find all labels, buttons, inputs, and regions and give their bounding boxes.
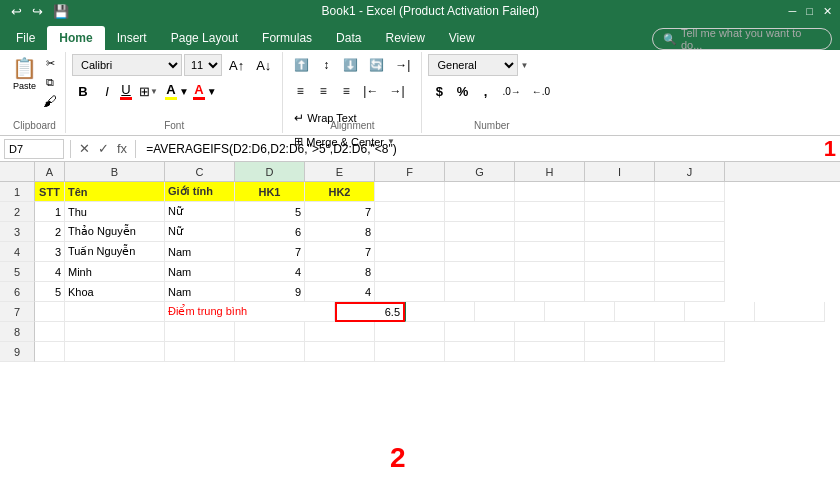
cell-c8[interactable] bbox=[165, 322, 235, 342]
cell-f8[interactable] bbox=[375, 322, 445, 342]
font-grow-btn[interactable]: A↑ bbox=[224, 54, 249, 76]
copy-button[interactable]: ⧉ bbox=[41, 73, 59, 91]
col-header-c[interactable]: C bbox=[165, 162, 235, 181]
cell-h9[interactable] bbox=[515, 342, 585, 362]
align-right-btn[interactable]: ≡ bbox=[335, 80, 357, 102]
fill-color-button[interactable]: A bbox=[165, 82, 177, 100]
indent-increase-btn[interactable]: →| bbox=[390, 54, 415, 76]
cell-f1[interactable] bbox=[375, 182, 445, 202]
cell-c7[interactable]: Điểm trung bình bbox=[165, 302, 335, 322]
decrease-indent-btn[interactable]: |← bbox=[358, 80, 383, 102]
cell-g4[interactable] bbox=[445, 242, 515, 262]
align-middle-btn[interactable]: ↕ bbox=[315, 54, 337, 76]
cell-b8[interactable] bbox=[65, 322, 165, 342]
cell-c9[interactable] bbox=[165, 342, 235, 362]
percent-button[interactable]: % bbox=[451, 80, 473, 102]
merge-dropdown-arrow[interactable]: ▼ bbox=[387, 137, 395, 146]
underline-button[interactable]: U bbox=[120, 82, 132, 100]
cell-a1[interactable]: STT bbox=[35, 182, 65, 202]
row-num-3[interactable]: 3 bbox=[0, 222, 35, 242]
tab-page-layout[interactable]: Page Layout bbox=[159, 26, 250, 50]
cell-e4[interactable]: 7 bbox=[305, 242, 375, 262]
cell-f6[interactable] bbox=[375, 282, 445, 302]
italic-button[interactable]: I bbox=[96, 80, 118, 102]
cell-a4[interactable]: 3 bbox=[35, 242, 65, 262]
merge-center-button[interactable]: ⊞ Merge & Center ▼ bbox=[289, 132, 400, 151]
cell-d3[interactable]: 6 bbox=[235, 222, 305, 242]
cell-e1[interactable]: HK2 bbox=[305, 182, 375, 202]
close-btn[interactable]: ✕ bbox=[823, 5, 832, 18]
row-num-1[interactable]: 1 bbox=[0, 182, 35, 202]
cell-b1[interactable]: Tên bbox=[65, 182, 165, 202]
cell-j6[interactable] bbox=[655, 282, 725, 302]
cell-a8[interactable] bbox=[35, 322, 65, 342]
cell-g5[interactable] bbox=[445, 262, 515, 282]
cell-f2[interactable] bbox=[375, 202, 445, 222]
cell-h4[interactable] bbox=[515, 242, 585, 262]
border-button[interactable]: ⊞▼ bbox=[134, 80, 163, 102]
minimize-btn[interactable]: ─ bbox=[789, 5, 797, 17]
cell-f4[interactable] bbox=[375, 242, 445, 262]
cell-d5[interactable]: 4 bbox=[235, 262, 305, 282]
row-num-6[interactable]: 6 bbox=[0, 282, 35, 302]
cell-h7[interactable] bbox=[615, 302, 685, 322]
cell-g2[interactable] bbox=[445, 202, 515, 222]
font-color-dropdown[interactable]: ▼ bbox=[207, 86, 217, 97]
font-color-button[interactable]: A bbox=[193, 82, 205, 100]
cell-a2[interactable]: 1 bbox=[35, 202, 65, 222]
save-btn[interactable]: 💾 bbox=[50, 2, 72, 21]
cell-i8[interactable] bbox=[585, 322, 655, 342]
cell-i5[interactable] bbox=[585, 262, 655, 282]
cell-g7[interactable] bbox=[545, 302, 615, 322]
align-center-btn[interactable]: ≡ bbox=[312, 80, 334, 102]
row-num-8[interactable]: 8 bbox=[0, 322, 35, 342]
formula-input[interactable] bbox=[142, 142, 816, 156]
undo-btn[interactable]: ↩ bbox=[8, 2, 25, 21]
cell-g1[interactable] bbox=[445, 182, 515, 202]
cell-g9[interactable] bbox=[445, 342, 515, 362]
cell-h8[interactable] bbox=[515, 322, 585, 342]
align-bottom-btn[interactable]: ⬇️ bbox=[338, 54, 363, 76]
cell-i6[interactable] bbox=[585, 282, 655, 302]
restore-btn[interactable]: □ bbox=[806, 5, 813, 17]
cell-e8[interactable] bbox=[305, 322, 375, 342]
cell-g8[interactable] bbox=[445, 322, 515, 342]
cell-e3[interactable]: 8 bbox=[305, 222, 375, 242]
cell-i3[interactable] bbox=[585, 222, 655, 242]
tab-data[interactable]: Data bbox=[324, 26, 373, 50]
increase-indent-btn[interactable]: →| bbox=[384, 80, 409, 102]
row-num-2[interactable]: 2 bbox=[0, 202, 35, 222]
cell-h3[interactable] bbox=[515, 222, 585, 242]
cell-c4[interactable]: Nam bbox=[165, 242, 235, 262]
col-header-a[interactable]: A bbox=[35, 162, 65, 181]
cell-f7[interactable] bbox=[475, 302, 545, 322]
align-top-btn[interactable]: ⬆️ bbox=[289, 54, 314, 76]
cell-c2[interactable]: Nữ bbox=[165, 202, 235, 222]
cell-e7[interactable] bbox=[405, 302, 475, 322]
cell-j9[interactable] bbox=[655, 342, 725, 362]
align-left-btn[interactable]: ≡ bbox=[289, 80, 311, 102]
cell-b6[interactable]: Khoa bbox=[65, 282, 165, 302]
tab-view[interactable]: View bbox=[437, 26, 487, 50]
tab-file[interactable]: File bbox=[4, 26, 47, 50]
cell-b7[interactable] bbox=[65, 302, 165, 322]
col-header-i[interactable]: I bbox=[585, 162, 655, 181]
cell-e2[interactable]: 7 bbox=[305, 202, 375, 222]
col-header-h[interactable]: H bbox=[515, 162, 585, 181]
cell-g3[interactable] bbox=[445, 222, 515, 242]
cell-b5[interactable]: Minh bbox=[65, 262, 165, 282]
cell-c5[interactable]: Nam bbox=[165, 262, 235, 282]
cell-b3[interactable]: Thảo Nguyễn bbox=[65, 222, 165, 242]
cell-b9[interactable] bbox=[65, 342, 165, 362]
cell-d6[interactable]: 9 bbox=[235, 282, 305, 302]
cell-f5[interactable] bbox=[375, 262, 445, 282]
row-num-4[interactable]: 4 bbox=[0, 242, 35, 262]
cell-i9[interactable] bbox=[585, 342, 655, 362]
fill-color-dropdown[interactable]: ▼ bbox=[179, 86, 189, 97]
cell-i2[interactable] bbox=[585, 202, 655, 222]
cell-c1[interactable]: Giới tính bbox=[165, 182, 235, 202]
col-header-f[interactable]: F bbox=[375, 162, 445, 181]
cell-c6[interactable]: Nam bbox=[165, 282, 235, 302]
col-header-b[interactable]: B bbox=[65, 162, 165, 181]
cell-d4[interactable]: 7 bbox=[235, 242, 305, 262]
